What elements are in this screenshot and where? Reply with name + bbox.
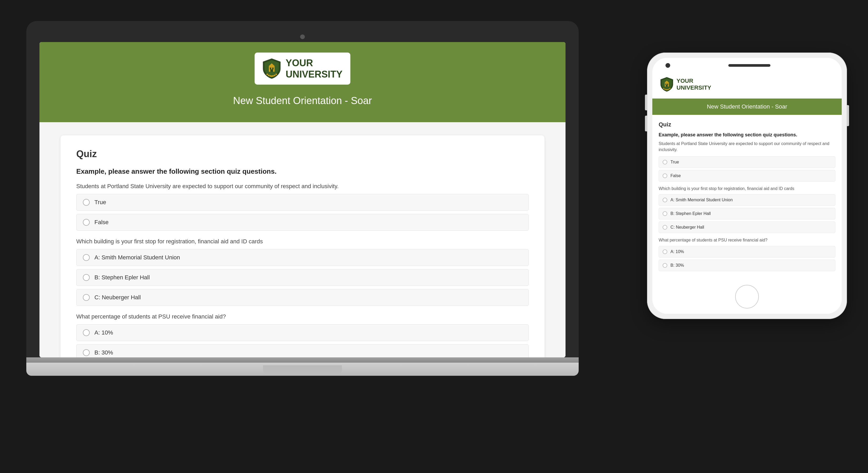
svg-point-17 xyxy=(663,88,664,89)
laptop-hinge xyxy=(26,358,579,363)
svg-point-20 xyxy=(666,89,667,91)
phone-radio-c-neuberger[interactable] xyxy=(662,225,667,230)
phone-course-bar: New Student Orientation - Soar xyxy=(652,99,842,115)
option-a-10[interactable]: A: 10% xyxy=(76,324,529,341)
option-true[interactable]: True xyxy=(76,194,529,211)
quiz-title: Quiz xyxy=(76,148,529,160)
phone-camera xyxy=(665,63,670,68)
phone-radio-true[interactable] xyxy=(662,160,667,165)
laptop-stand xyxy=(263,365,342,373)
question2-text: Which building is your first stop for re… xyxy=(76,238,529,245)
phone-radio-a-10[interactable] xyxy=(662,249,667,254)
laptop-screen: YOUR UNIVERSITY New Student Orientation … xyxy=(39,42,565,358)
option-b-30[interactable]: B: 30% xyxy=(76,344,529,358)
course-title: New Student Orientation - Soar xyxy=(233,95,372,106)
phone-option-b-30[interactable]: B: 30% xyxy=(659,260,835,271)
phone-option-a-smith[interactable]: A: Smith Memorial Student Union xyxy=(659,194,835,206)
option-b-epler[interactable]: B: Stephen Epler Hall xyxy=(76,269,529,286)
svg-rect-15 xyxy=(666,85,668,87)
radio-a-smith[interactable] xyxy=(83,254,90,261)
svg-rect-14 xyxy=(667,83,668,85)
option-false[interactable]: False xyxy=(76,214,529,231)
university-name: YOUR UNIVERSITY xyxy=(286,57,342,80)
laptop-logo-box: YOUR UNIVERSITY xyxy=(255,53,350,85)
phone-university-name: YOUR UNIVERSITY xyxy=(677,77,711,92)
svg-point-22 xyxy=(669,89,670,90)
svg-point-21 xyxy=(667,89,668,90)
phone-option-a-10[interactable]: A: 10% xyxy=(659,246,835,258)
phone-quiz-body: Quiz Example, please answer the followin… xyxy=(652,115,842,280)
shield-icon xyxy=(262,58,281,79)
phone-screen: YOUR UNIVERSITY New Student Orientation … xyxy=(652,58,842,314)
phone-radio-b-epler[interactable] xyxy=(662,211,667,216)
phone-question2-text: Which building is your first stop for re… xyxy=(659,186,835,192)
radio-false[interactable] xyxy=(83,219,90,226)
laptop-body: Quiz Example, please answer the followin… xyxy=(39,122,565,358)
laptop-base xyxy=(26,363,579,376)
phone-quiz-title: Quiz xyxy=(659,121,835,128)
phone-university-header: YOUR UNIVERSITY xyxy=(652,70,842,99)
phone-home-button[interactable] xyxy=(735,285,759,308)
phone-course-title: New Student Orientation - Soar xyxy=(658,103,836,110)
svg-point-8 xyxy=(271,75,273,77)
phone-quiz-instruction: Example, please answer the following sec… xyxy=(659,132,835,138)
svg-point-6 xyxy=(268,75,270,76)
option-c-neuberger[interactable]: C: Neuberger Hall xyxy=(76,289,529,306)
svg-point-11 xyxy=(275,74,277,75)
phone-option-b-epler[interactable]: B: Stephen Epler Hall xyxy=(659,208,835,219)
svg-point-19 xyxy=(665,89,666,90)
phone-speaker xyxy=(728,64,770,67)
svg-point-9 xyxy=(272,75,274,77)
phone-radio-false[interactable] xyxy=(662,173,667,178)
radio-c-neuberger[interactable] xyxy=(83,294,90,301)
laptop-header: YOUR UNIVERSITY New Student Orientation … xyxy=(39,42,565,122)
question3-text: What percentage of students at PSU recei… xyxy=(76,313,529,320)
phone-status-bar xyxy=(652,58,842,70)
phone-option-true[interactable]: True xyxy=(659,156,835,168)
quiz-container: Quiz Example, please answer the followin… xyxy=(61,135,545,358)
quiz-instruction: Example, please answer the following sec… xyxy=(76,167,529,175)
phone-home-indicator xyxy=(652,280,842,314)
radio-b-epler[interactable] xyxy=(83,274,90,281)
phone-radio-b-30[interactable] xyxy=(662,263,667,268)
laptop-device: YOUR UNIVERSITY New Student Orientation … xyxy=(26,21,579,376)
svg-rect-13 xyxy=(665,83,666,85)
phone-radio-a-smith[interactable] xyxy=(662,198,667,202)
svg-rect-1 xyxy=(270,68,271,69)
svg-point-5 xyxy=(267,74,268,75)
svg-rect-3 xyxy=(270,69,273,72)
svg-point-18 xyxy=(664,89,665,90)
laptop-camera xyxy=(300,34,305,39)
phone-vol-up-button[interactable] xyxy=(645,95,647,110)
phone-device: YOUR UNIVERSITY New Student Orientation … xyxy=(647,53,847,319)
svg-point-23 xyxy=(670,88,671,89)
phone-question3-text: What percentage of students at PSU recei… xyxy=(659,237,835,243)
phone-question1-text: Students at Portland State University ar… xyxy=(659,141,835,153)
radio-b-30[interactable] xyxy=(83,349,90,356)
phone-option-c-neuberger[interactable]: C: Neuberger Hall xyxy=(659,222,835,233)
svg-point-10 xyxy=(274,75,275,76)
phone-outer: YOUR UNIVERSITY New Student Orientation … xyxy=(647,53,847,319)
radio-true[interactable] xyxy=(83,199,90,206)
phone-option-false[interactable]: False xyxy=(659,170,835,181)
laptop-screen-outer: YOUR UNIVERSITY New Student Orientation … xyxy=(26,21,579,358)
question1-text: Students at Portland State University ar… xyxy=(76,183,529,190)
radio-a-10[interactable] xyxy=(83,329,90,336)
laptop-camera-bar xyxy=(39,32,565,42)
phone-vol-down-button[interactable] xyxy=(645,115,647,131)
option-a-smith[interactable]: A: Smith Memorial Student Union xyxy=(76,249,529,266)
svg-point-7 xyxy=(270,75,271,77)
phone-logo: YOUR UNIVERSITY xyxy=(660,77,711,92)
shield-icon-phone xyxy=(660,77,673,92)
svg-rect-2 xyxy=(272,68,274,69)
phone-power-button[interactable] xyxy=(847,105,849,126)
